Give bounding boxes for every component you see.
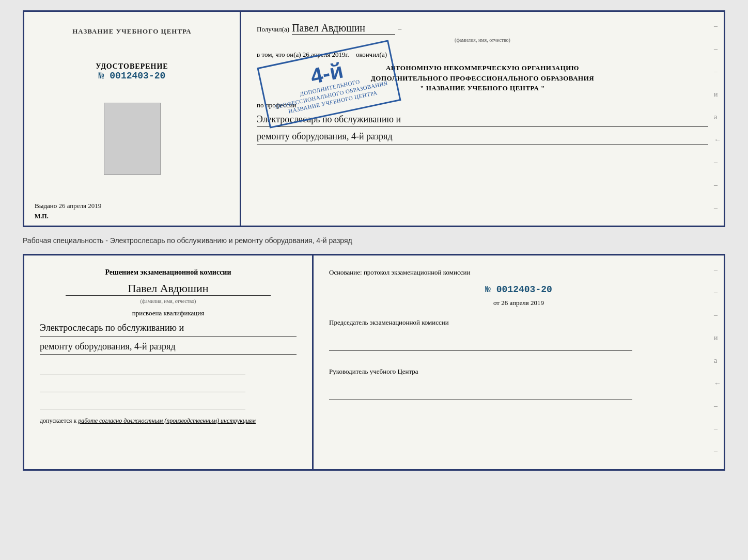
bottom-left-panel: Решением экзаменационной комиссии Павел …	[24, 255, 314, 469]
dash-br4: и	[714, 334, 721, 342]
dash-br2: –	[714, 289, 721, 297]
допускается-block: допускается к работе согласно должностны…	[40, 417, 297, 425]
dash-br8: –	[714, 425, 721, 433]
dash-r4: и	[714, 90, 721, 99]
bottom-right-panel: Основание: протокол экзаменационной коми…	[314, 255, 724, 469]
sig-line1	[40, 362, 245, 375]
date-prefix: в том, что он(а)	[257, 51, 301, 58]
dash-r1: –	[714, 22, 721, 30]
profession-label: по профессии	[257, 101, 708, 109]
dash-r2: –	[714, 45, 721, 53]
profession-section: по профессии Электрослесарь по обслужива…	[257, 101, 708, 145]
org-line2: ДОПОЛНИТЕЛЬНОГО ПРОФЕССИОНАЛЬНОГО ОБРАЗО…	[257, 73, 708, 84]
dash-br3: –	[714, 311, 721, 319]
chairman-title: Председатель экзаменационной комиссии	[329, 317, 708, 328]
issued-line: Выдано 26 апреля 2019	[35, 202, 229, 210]
received-prefix: Получил(а)	[257, 25, 289, 34]
recipient-line: Получил(а) Павел Авдюшин –	[257, 22, 708, 35]
director-title: Руководитель учебного Центра	[329, 366, 708, 377]
profession-line1: Электрослесарь по обслуживанию и	[257, 112, 708, 127]
dash-br9: –	[714, 447, 721, 456]
photo-placeholder	[104, 103, 161, 175]
qualification-label: присвоена квалификация	[40, 309, 297, 317]
dash-r7: –	[714, 158, 721, 167]
date-prefix-bottom: от	[493, 299, 500, 307]
qual-line2: ремонту оборудования, 4-й разряд	[40, 339, 297, 355]
person-name: Павел Авдюшин	[66, 282, 271, 296]
bottom-document: Решением экзаменационной комиссии Павел …	[23, 254, 725, 471]
qual-line1: Электрослесарь по обслуживанию и	[40, 320, 297, 337]
right-dashes-bottom: – – – и а ← – – –	[714, 266, 721, 456]
separator-content: Рабочая специальность - Электрослесарь п…	[23, 236, 352, 245]
fio-label-bottom: (фамилия, имя, отчество)	[40, 298, 297, 304]
org-line3: " НАЗВАНИЕ УЧЕБНОГО ЦЕНТРА "	[257, 83, 708, 93]
training-center-title: НАЗВАНИЕ УЧЕБНОГО ЦЕНТРА	[72, 27, 192, 36]
date-value: 26 апреля 2019г.	[303, 51, 349, 58]
chairman-section: Председатель экзаменационной комиссии Ру…	[329, 317, 708, 399]
top-left-panel: НАЗВАНИЕ УЧЕБНОГО ЦЕНТРА УДОСТОВЕРЕНИЕ №…	[24, 12, 241, 226]
dash-r6: ←	[714, 136, 721, 144]
page-wrapper: НАЗВАНИЕ УЧЕБНОГО ЦЕНТРА УДОСТОВЕРЕНИЕ №…	[10, 10, 738, 471]
допускается-prefix: допускается к	[40, 417, 76, 424]
separator-text: Рабочая специальность - Электрослесарь п…	[23, 236, 725, 245]
date-line: в том, что он(а) 26 апреля 2019г. окончи…	[257, 51, 708, 59]
dash1: –	[398, 25, 401, 34]
dash-r5: а	[714, 113, 721, 121]
recipient-name: Павел Авдюшин	[292, 22, 395, 35]
director-sig-line	[329, 387, 632, 399]
right-dashes-top: – – – и а ← – – –	[714, 22, 721, 212]
bottom-document-wrapper: Решением экзаменационной комиссии Павел …	[10, 254, 738, 471]
допускается-text: работе согласно должностным (производств…	[78, 417, 256, 424]
top-right-panel: 4-й ДОПОЛНИТЕЛЬНОГО ПРОФЕССИОНАЛЬНОГО ОБ…	[241, 12, 724, 226]
profession-line2: ремонту оборудования, 4-й разряд	[257, 129, 708, 145]
protocol-date: от 26 апреля 2019	[329, 299, 708, 307]
org-line1: АВТОНОМНУЮ НЕКОММЕРЧЕСКУЮ ОРГАНИЗАЦИЮ	[257, 63, 708, 73]
org-block: АВТОНОМНУЮ НЕКОММЕРЧЕСКУЮ ОРГАНИЗАЦИЮ ДО…	[257, 63, 708, 93]
issued-label: Выдано	[35, 202, 57, 210]
fio-label-top: (фамилия, имя, отчество)	[257, 37, 708, 43]
sig-line3	[40, 396, 245, 409]
dash-br1: –	[714, 266, 721, 274]
decision-title: Решением экзаменационной комиссии	[40, 268, 297, 277]
dash-r8: –	[714, 181, 721, 189]
dash-r9: –	[714, 204, 721, 212]
sig-line2	[40, 379, 245, 392]
cert-label: УДОСТОВЕРЕНИЕ	[96, 62, 168, 71]
issued-date: 26 апреля 2019	[59, 202, 102, 210]
basis-label: Основание: протокол экзаменационной коми…	[329, 268, 708, 277]
chairman-sig-line	[329, 338, 632, 351]
cert-number-section: УДОСТОВЕРЕНИЕ № 0012403-20	[96, 62, 168, 81]
top-document: НАЗВАНИЕ УЧЕБНОГО ЦЕНТРА УДОСТОВЕРЕНИЕ №…	[23, 10, 725, 227]
top-document-wrapper: НАЗВАНИЕ УЧЕБНОГО ЦЕНТРА УДОСТОВЕРЕНИЕ №…	[10, 10, 738, 227]
signature-lines	[40, 362, 297, 409]
dash-br5: а	[714, 357, 721, 365]
protocol-date-value: 26 апреля 2019	[501, 299, 544, 307]
protocol-number: № 0012403-20	[329, 284, 708, 295]
dash-br6: ←	[714, 379, 721, 388]
dash-r3: –	[714, 68, 721, 76]
mp-label: М.П.	[35, 213, 49, 220]
date-suffix: окончил(а)	[356, 51, 387, 58]
cert-number: № 0012403-20	[96, 71, 168, 81]
dash-br7: –	[714, 402, 721, 410]
